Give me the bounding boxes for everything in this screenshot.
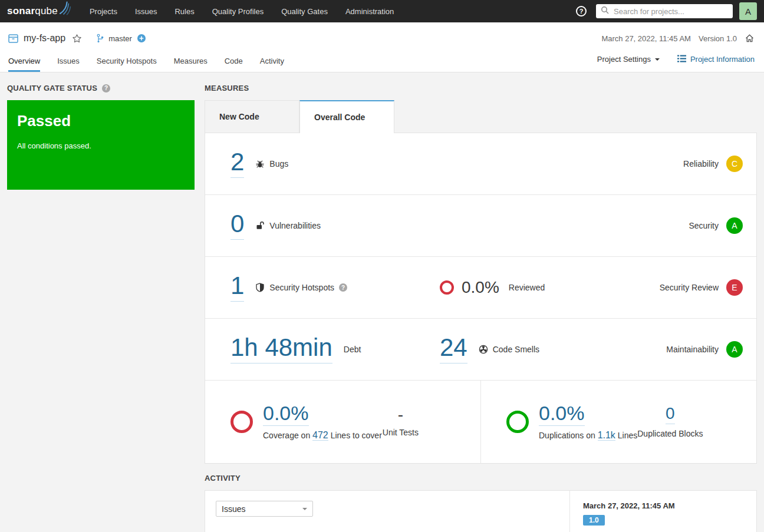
activity-event-panel: March 27, 2022, 11:45 AM 1.0	[569, 491, 756, 532]
quality-gate-card: Passed All conditions passed.	[7, 100, 195, 190]
nav-item-issues[interactable]: Issues	[135, 7, 157, 16]
logo-text-bold: sonar	[7, 5, 35, 17]
coverage-percentage-link[interactable]: 0.0%	[263, 403, 309, 426]
tab-code[interactable]: Code	[225, 51, 243, 72]
tab-overview[interactable]: Overview	[8, 51, 40, 72]
analysis-date: March 27, 2022, 11:45 AM	[601, 34, 691, 43]
bugs-row: 2 Bugs Reliability C	[205, 133, 756, 195]
select-chevron-down-icon	[302, 508, 307, 510]
maintainability-row: 1h 48min Debt 24 Code Smells Mainta	[205, 319, 756, 381]
favorite-star-icon[interactable]	[72, 34, 82, 44]
activity-graph-select-value: Issues	[222, 504, 245, 514]
activity-heading: ACTIVITY	[205, 474, 241, 483]
debt-value-link[interactable]: 1h 48min	[230, 335, 332, 364]
list-icon	[677, 55, 686, 64]
duplications-ring-indicator	[506, 411, 529, 433]
quality-gate-status: Passed	[17, 113, 185, 128]
security-review-label: Security Review	[660, 283, 719, 292]
bugs-label[interactable]: Bugs	[269, 159, 288, 168]
tab-new-code[interactable]: New Code	[205, 100, 299, 133]
measures-tab-bar: New Code Overall Code	[205, 100, 757, 133]
tab-overall-code[interactable]: Overall Code	[299, 100, 394, 133]
code-smells-count-link[interactable]: 24	[440, 335, 467, 364]
coverage-duplications-row: 0.0% Coverage on 472 Lines to cover - Un…	[205, 381, 756, 463]
activity-graph-select[interactable]: Issues	[216, 501, 313, 517]
logo-swoosh-icon	[58, 5, 72, 18]
top-navbar: sonarqube Projects Issues Rules Quality …	[0, 0, 764, 22]
bugs-count-link[interactable]: 2	[230, 150, 244, 178]
search-icon	[601, 6, 609, 16]
branch-name[interactable]: master	[108, 34, 132, 43]
bug-icon	[255, 159, 265, 168]
open-lock-icon	[255, 221, 265, 230]
analysis-version: Version 1.0	[699, 34, 737, 43]
nav-item-projects[interactable]: Projects	[90, 7, 117, 16]
global-search[interactable]	[596, 4, 733, 18]
security-hotspots-label[interactable]: Security Hotspots	[269, 283, 334, 292]
maintainability-label: Maintainability	[666, 345, 719, 354]
nav-item-quality-profiles[interactable]: Quality Profiles	[212, 7, 264, 16]
coverage-ring-indicator	[230, 411, 253, 433]
security-hotspots-help-icon[interactable]: ?	[339, 283, 347, 292]
coverage-section: 0.0% Coverage on 472 Lines to cover - Un…	[205, 381, 481, 463]
add-branch-icon[interactable]	[137, 34, 146, 42]
reviewed-ring-indicator	[440, 280, 454, 295]
security-rating-badge[interactable]: A	[726, 217, 743, 234]
sonarqube-logo[interactable]: sonarqube	[7, 5, 72, 18]
user-avatar[interactable]: A	[739, 2, 757, 20]
activity-event-date: March 27, 2022, 11:45 AM	[583, 501, 743, 510]
vulnerabilities-count-link[interactable]: 0	[230, 212, 244, 240]
debt-label: Debt	[344, 345, 361, 354]
main-nav: Projects Issues Rules Quality Profiles Q…	[90, 7, 394, 16]
quality-gate-heading: QUALITY GATE STATUS	[7, 84, 97, 92]
activity-section: ACTIVITY Issues March 27, 2022, 11:45 AM…	[205, 474, 757, 532]
nav-item-rules[interactable]: Rules	[174, 7, 194, 16]
maintainability-rating-badge[interactable]: A	[726, 341, 743, 358]
vulnerabilities-row: 0 Vulnerabilities Security A	[205, 195, 756, 257]
duplicated-blocks-count-link[interactable]: 0	[666, 405, 675, 424]
project-tab-bar: Overview Issues Security Hotspots Measur…	[8, 51, 755, 72]
quality-gate-description: All conditions passed.	[17, 141, 185, 150]
security-hotspots-row: 1 Security Hotspots ? 0.0% Reviewed	[205, 257, 756, 319]
project-icon	[8, 34, 18, 43]
tab-security-hotspots[interactable]: Security Hotspots	[97, 51, 157, 72]
nav-item-administration[interactable]: Administration	[345, 7, 394, 16]
project-settings-dropdown[interactable]: Project Settings	[597, 55, 660, 64]
project-settings-label: Project Settings	[597, 55, 651, 64]
code-smells-label[interactable]: Code Smells	[493, 345, 539, 354]
home-icon[interactable]	[745, 34, 755, 43]
reliability-rating-badge[interactable]: C	[726, 156, 743, 172]
duplication-lines-link[interactable]: 1.1k	[598, 430, 615, 441]
duplicated-blocks-label: Duplicated Blocks	[637, 429, 703, 438]
security-review-rating-badge[interactable]: E	[726, 279, 743, 296]
unit-tests-value: -	[383, 407, 419, 423]
quality-gate-panel: QUALITY GATE STATUS ? Passed All conditi…	[7, 80, 195, 190]
help-icon[interactable]: ?	[576, 6, 587, 16]
project-information-button[interactable]: Project Information	[677, 55, 755, 64]
reviewed-label: Reviewed	[509, 283, 545, 292]
unit-tests-label: Unit Tests	[383, 428, 419, 437]
activity-graph-area: Issues	[205, 491, 569, 532]
project-title: my-fs-app	[24, 33, 65, 44]
duplications-percentage-link[interactable]: 0.0%	[539, 403, 585, 426]
quality-gate-help-icon[interactable]: ?	[102, 84, 110, 92]
project-information-label: Project Information	[690, 55, 755, 64]
nav-item-quality-gates[interactable]: Quality Gates	[281, 7, 328, 16]
measures-card: 2 Bugs Reliability C 0	[205, 133, 757, 464]
duplications-label-prefix: Duplications on	[539, 431, 595, 440]
lines-to-cover-link[interactable]: 472	[312, 430, 328, 441]
logo-text-light: qube	[35, 5, 58, 17]
reviewed-percentage: 0.0%	[462, 278, 499, 297]
tab-issues[interactable]: Issues	[57, 51, 80, 72]
hotspots-count-link[interactable]: 1	[230, 273, 244, 302]
security-label: Security	[689, 221, 719, 230]
version-badge: 1.0	[583, 515, 605, 526]
coverage-label-suffix: Lines to cover	[331, 431, 382, 440]
code-smell-icon	[479, 345, 488, 354]
vulnerabilities-label[interactable]: Vulnerabilities	[269, 221, 321, 230]
duplications-section: 0.0% Duplications on 1.1k Lines 0 Duplic…	[481, 381, 756, 463]
search-input[interactable]	[612, 6, 728, 16]
tab-measures[interactable]: Measures	[174, 51, 208, 72]
tab-activity[interactable]: Activity	[260, 51, 284, 72]
shield-icon	[255, 283, 265, 292]
